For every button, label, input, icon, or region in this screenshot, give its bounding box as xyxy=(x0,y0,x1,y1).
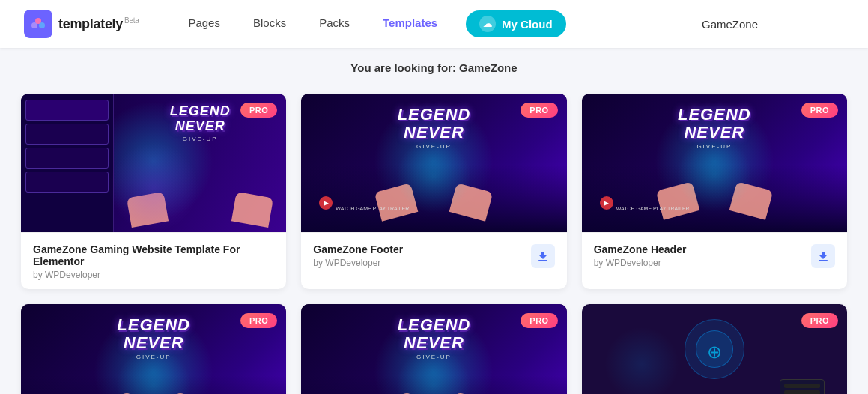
card-thumbnail: LEGENDNEVER GIVE-UP ▶ WATCH GAME PLAY TR… xyxy=(301,304,566,394)
card-author: by WPDeveloper xyxy=(594,258,687,268)
template-grid: LEGENDNEVER GIVE-UP PRO GameZone Gam xyxy=(21,94,847,394)
card-info: GameZone Footer by WPDeveloper xyxy=(301,233,566,277)
card-title: GameZone Footer xyxy=(313,243,403,255)
card-author: by WPDeveloper xyxy=(33,270,274,280)
download-button[interactable] xyxy=(531,244,555,268)
logo-icon xyxy=(24,10,52,38)
search-query: GameZone xyxy=(459,61,518,74)
logo-area: templatelyBeta xyxy=(24,10,139,38)
card-thumbnail: LEGENDNEVER GIVE-UP ▶ WATCH GAME PLAY TR… xyxy=(582,94,847,232)
card-title: GameZone Gaming Website Template For Ele… xyxy=(33,243,274,267)
template-card: LEGENDNEVER GIVE-UP ▶ WATCH GAME PLAY TR… xyxy=(582,94,847,289)
download-button[interactable] xyxy=(811,244,835,268)
card-image: ⊕ PRO xyxy=(582,304,847,394)
card-thumbnail: LEGENDNEVER GIVE-UP ▶ WATCH GAME PLAY TR… xyxy=(301,94,566,232)
header: templatelyBeta Pages Blocks Packs Templa… xyxy=(0,0,868,48)
nav-item-templates[interactable]: Templates xyxy=(369,10,451,37)
card-image: LEGENDNEVER GIVE-UP ▶ WATCH GAME PLAY TR… xyxy=(21,304,286,394)
search-area xyxy=(702,18,844,31)
beta-badge: Beta xyxy=(124,16,139,25)
svg-rect-4 xyxy=(819,260,828,261)
template-card: LEGENDNEVER GIVE-UP ▶ WATCH GAME PLAY TR… xyxy=(301,304,566,394)
svg-rect-3 xyxy=(538,260,547,261)
template-card: LEGENDNEVER GIVE-UP ▶ WATCH GAME PLAY TR… xyxy=(21,304,286,394)
pro-badge: PRO xyxy=(521,103,557,118)
cloud-icon: ☁ xyxy=(479,16,496,32)
logo-text: templatelyBeta xyxy=(58,16,139,32)
template-card: LEGENDNEVER GIVE-UP PRO GameZone Gam xyxy=(21,94,286,289)
nav-item-pages[interactable]: Pages xyxy=(174,10,234,37)
template-card: LEGENDNEVER GIVE-UP ▶ WATCH GAME PLAY TR… xyxy=(301,94,566,289)
card-thumbnail: LEGENDNEVER GIVE-UP PRO xyxy=(21,94,286,232)
search-info-bar: You are looking for: GameZone xyxy=(0,48,868,82)
pro-badge: PRO xyxy=(240,313,277,328)
card-image: LEGENDNEVER GIVE-UP ▶ WATCH GAME PLAY TR… xyxy=(582,94,847,232)
nav-item-packs[interactable]: Packs xyxy=(306,10,363,37)
card-title: GameZone Header xyxy=(594,243,687,255)
pro-badge: PRO xyxy=(240,103,277,118)
card-image: LEGENDNEVER GIVE-UP ▶ WATCH GAME PLAY TR… xyxy=(301,304,566,394)
card-image: LEGENDNEVER GIVE-UP PRO xyxy=(21,94,286,232)
nav-item-blocks[interactable]: Blocks xyxy=(240,10,300,37)
main-nav: Pages Blocks Packs Templates ☁ My Cloud xyxy=(174,10,702,37)
pro-badge: PRO xyxy=(801,313,838,328)
my-cloud-button[interactable]: ☁ My Cloud xyxy=(466,10,566,37)
svg-point-2 xyxy=(35,18,41,24)
card-thumbnail: LEGENDNEVER GIVE-UP ▶ WATCH GAME PLAY TR… xyxy=(21,304,286,394)
card-info: GameZone Gaming Website Template For Ele… xyxy=(21,233,286,289)
content-area: LEGENDNEVER GIVE-UP PRO GameZone Gam xyxy=(0,82,868,394)
pro-badge: PRO xyxy=(521,313,557,328)
card-author: by WPDeveloper xyxy=(313,258,403,268)
search-input[interactable] xyxy=(702,18,844,31)
card-image: LEGENDNEVER GIVE-UP ▶ WATCH GAME PLAY TR… xyxy=(301,94,566,232)
template-card: ⊕ PRO xyxy=(582,304,847,394)
pro-badge: PRO xyxy=(801,103,838,118)
card-info: GameZone Header by WPDeveloper xyxy=(582,233,847,277)
